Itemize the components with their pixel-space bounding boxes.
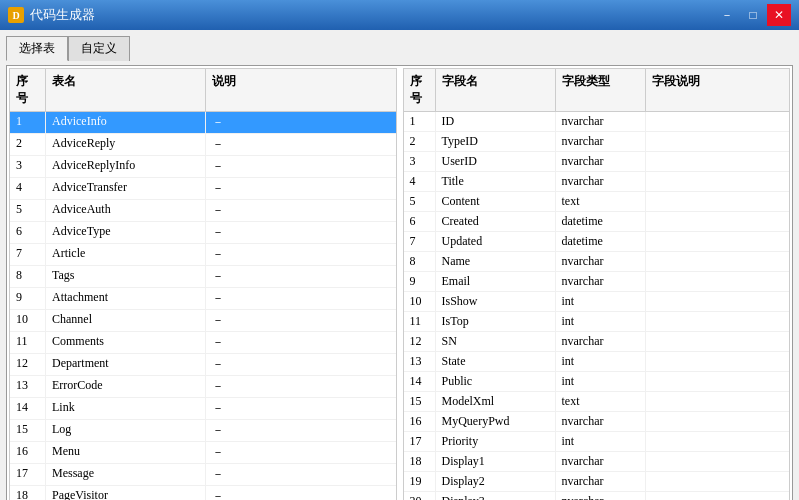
table-row[interactable]: 12 Department －: [10, 354, 396, 376]
table-row[interactable]: 15 ModelXml text: [404, 392, 790, 412]
cell-name: AdviceInfo: [46, 112, 206, 133]
cell-seq: 17: [10, 464, 46, 485]
cell-ftype: text: [556, 392, 646, 411]
cell-ftype: nvarchar: [556, 272, 646, 291]
table-row[interactable]: 9 Email nvarchar: [404, 272, 790, 292]
table-row[interactable]: 8 Name nvarchar: [404, 252, 790, 272]
cell-fdesc: [646, 372, 726, 391]
table-row[interactable]: 12 SN nvarchar: [404, 332, 790, 352]
cell-desc: －: [206, 288, 256, 309]
cell-seq: 2: [10, 134, 46, 155]
left-header-seq: 序号: [10, 69, 46, 111]
tab-select-table[interactable]: 选择表: [6, 36, 68, 61]
table-row[interactable]: 15 Log －: [10, 420, 396, 442]
cell-ftype: nvarchar: [556, 412, 646, 431]
table-row[interactable]: 16 Menu －: [10, 442, 396, 464]
table-row[interactable]: 7 Updated datetime: [404, 232, 790, 252]
maximize-button[interactable]: □: [741, 4, 765, 26]
tab-custom[interactable]: 自定义: [68, 36, 130, 61]
cell-seq: 1: [404, 112, 436, 131]
table-row[interactable]: 4 AdviceTransfer －: [10, 178, 396, 200]
cell-seq: 10: [404, 292, 436, 311]
cell-ftype: nvarchar: [556, 492, 646, 500]
cell-name: Department: [46, 354, 206, 375]
table-row[interactable]: 5 Content text: [404, 192, 790, 212]
cell-ftype: nvarchar: [556, 172, 646, 191]
cell-seq: 9: [404, 272, 436, 291]
right-panel-body[interactable]: 1 ID nvarchar 2 TypeID nvarchar 3 UserID…: [404, 112, 790, 500]
table-row[interactable]: 6 AdviceType －: [10, 222, 396, 244]
table-row[interactable]: 19 Display2 nvarchar: [404, 472, 790, 492]
cell-fname: Display1: [436, 452, 556, 471]
table-row[interactable]: 16 MyQueryPwd nvarchar: [404, 412, 790, 432]
cell-seq: 18: [404, 452, 436, 471]
cell-name: PageVisitor: [46, 486, 206, 500]
table-row[interactable]: 17 Message －: [10, 464, 396, 486]
cell-fdesc: [646, 312, 726, 331]
cell-fname: IsTop: [436, 312, 556, 331]
cell-name: AdviceReply: [46, 134, 206, 155]
table-row[interactable]: 3 AdviceReplyInfo －: [10, 156, 396, 178]
right-header-ftype: 字段类型: [556, 69, 646, 111]
table-row[interactable]: 18 PageVisitor －: [10, 486, 396, 500]
table-row[interactable]: 18 Display1 nvarchar: [404, 452, 790, 472]
cell-name: Comments: [46, 332, 206, 353]
cell-seq: 13: [404, 352, 436, 371]
close-button[interactable]: ✕: [767, 4, 791, 26]
table-row[interactable]: 14 Public int: [404, 372, 790, 392]
table-row[interactable]: 11 IsTop int: [404, 312, 790, 332]
table-row[interactable]: 13 State int: [404, 352, 790, 372]
table-row[interactable]: 3 UserID nvarchar: [404, 152, 790, 172]
cell-ftype: datetime: [556, 232, 646, 251]
table-row[interactable]: 4 Title nvarchar: [404, 172, 790, 192]
cell-fdesc: [646, 132, 726, 151]
cell-name: Link: [46, 398, 206, 419]
table-row[interactable]: 13 ErrorCode －: [10, 376, 396, 398]
cell-ftype: nvarchar: [556, 252, 646, 271]
cell-fname: Display2: [436, 472, 556, 491]
table-row[interactable]: 14 Link －: [10, 398, 396, 420]
cell-seq: 12: [404, 332, 436, 351]
cell-ftype: nvarchar: [556, 152, 646, 171]
right-header-fdesc: 字段说明: [646, 69, 726, 111]
table-row[interactable]: 1 AdviceInfo －: [10, 112, 396, 134]
table-row[interactable]: 17 Priority int: [404, 432, 790, 452]
cell-desc: －: [206, 464, 256, 485]
cell-ftype: int: [556, 432, 646, 451]
table-row[interactable]: 2 AdviceReply －: [10, 134, 396, 156]
table-row[interactable]: 2 TypeID nvarchar: [404, 132, 790, 152]
cell-desc: －: [206, 442, 256, 463]
cell-name: Menu: [46, 442, 206, 463]
cell-fname: Title: [436, 172, 556, 191]
cell-desc: －: [206, 398, 256, 419]
cell-fdesc: [646, 292, 726, 311]
cell-seq: 20: [404, 492, 436, 500]
cell-seq: 16: [404, 412, 436, 431]
table-row[interactable]: 11 Comments －: [10, 332, 396, 354]
table-row[interactable]: 9 Attachment －: [10, 288, 396, 310]
title-bar: D 代码生成器 － □ ✕: [0, 0, 799, 30]
app-icon: D: [8, 7, 24, 23]
left-header-desc: 说明: [206, 69, 256, 111]
table-row[interactable]: 8 Tags －: [10, 266, 396, 288]
cell-ftype: int: [556, 352, 646, 371]
table-row[interactable]: 20 Display3 nvarchar: [404, 492, 790, 500]
cell-desc: －: [206, 486, 256, 500]
table-row[interactable]: 10 Channel －: [10, 310, 396, 332]
table-row[interactable]: 10 IsShow int: [404, 292, 790, 312]
left-panel-body[interactable]: 1 AdviceInfo － 2 AdviceReply － 3 AdviceR…: [10, 112, 396, 500]
cell-seq: 9: [10, 288, 46, 309]
table-row[interactable]: 5 AdviceAuth －: [10, 200, 396, 222]
table-row[interactable]: 7 Article －: [10, 244, 396, 266]
cell-fdesc: [646, 432, 726, 451]
cell-seq: 8: [10, 266, 46, 287]
cell-seq: 12: [10, 354, 46, 375]
cell-fname: Updated: [436, 232, 556, 251]
minimize-button[interactable]: －: [715, 4, 739, 26]
cell-fdesc: [646, 192, 726, 211]
cell-fdesc: [646, 272, 726, 291]
table-row[interactable]: 6 Created datetime: [404, 212, 790, 232]
table-row[interactable]: 1 ID nvarchar: [404, 112, 790, 132]
cell-ftype: nvarchar: [556, 112, 646, 131]
cell-ftype: datetime: [556, 212, 646, 231]
